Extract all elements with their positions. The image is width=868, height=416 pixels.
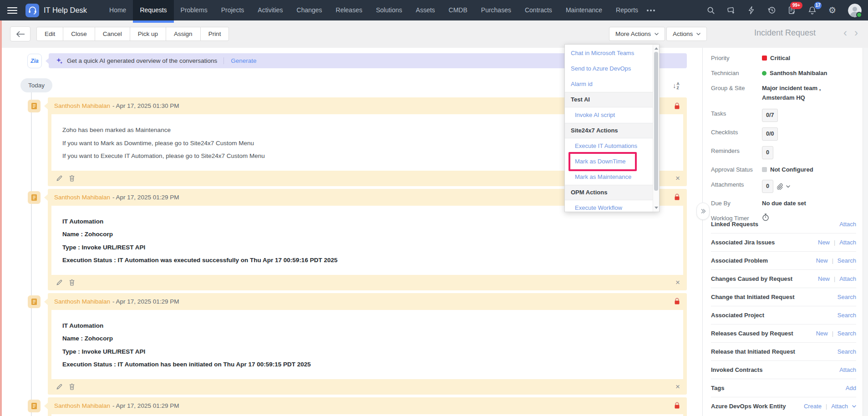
nav-item-releases[interactable]: Releases bbox=[329, 0, 369, 20]
nav-more-icon[interactable] bbox=[645, 10, 657, 11]
action-link-search[interactable]: Search bbox=[838, 257, 856, 264]
menu-item-send-to-azure-devops[interactable]: Send to Azure DevOps bbox=[565, 61, 653, 76]
scroll-thumb[interactable] bbox=[654, 52, 658, 191]
action-link-new[interactable]: New bbox=[816, 330, 828, 337]
chevron-down-icon[interactable] bbox=[852, 405, 856, 408]
search-icon[interactable] bbox=[706, 6, 715, 15]
paperclip-icon[interactable] bbox=[777, 183, 783, 190]
conversation-header[interactable]: Santhosh Mahibalan- Apr 17, 2025 01:29 P… bbox=[48, 397, 687, 414]
menu-item-invoke-ai-script[interactable]: Invoke AI script bbox=[565, 107, 653, 123]
notifications-icon[interactable]: 17 bbox=[808, 6, 817, 15]
action-link-search[interactable]: Search bbox=[838, 330, 856, 337]
nav-item-changes[interactable]: Changes bbox=[290, 0, 329, 20]
link-row-label: Azure DevOps Work Entity bbox=[711, 403, 786, 410]
lock-icon bbox=[674, 102, 680, 110]
nav-item-solutions[interactable]: Solutions bbox=[369, 0, 409, 20]
edit-icon[interactable] bbox=[56, 279, 63, 286]
close-icon[interactable]: × bbox=[675, 383, 680, 391]
more-actions-button[interactable]: More Actions bbox=[609, 27, 665, 41]
action-link-attach[interactable]: Attach bbox=[839, 221, 856, 228]
action-link-new[interactable]: New bbox=[816, 257, 828, 264]
menu-item-execute-it-automations[interactable]: Execute IT Automations bbox=[565, 138, 653, 154]
nav-item-problems[interactable]: Problems bbox=[174, 0, 214, 20]
close-icon[interactable]: × bbox=[675, 174, 680, 182]
nav-item-activities[interactable]: Activities bbox=[251, 0, 289, 20]
hamburger-menu-icon[interactable] bbox=[7, 7, 17, 14]
edit-icon[interactable] bbox=[56, 383, 63, 390]
assign-button[interactable]: Assign bbox=[166, 27, 201, 41]
action-link-search[interactable]: Search bbox=[838, 348, 856, 355]
action-link-attach[interactable]: Attach bbox=[831, 403, 848, 410]
scroll-down-icon[interactable] bbox=[655, 207, 658, 209]
close-icon[interactable]: × bbox=[675, 279, 680, 286]
approvals-badge: 99+ bbox=[790, 2, 802, 9]
action-link-search[interactable]: Search bbox=[838, 312, 856, 319]
menu-item-mark-as-downtime[interactable]: Mark as DownTime bbox=[565, 154, 653, 169]
prev-request-icon[interactable]: ‹ bbox=[843, 27, 847, 39]
action-link-new[interactable]: New bbox=[818, 239, 830, 246]
link-row-label: Release that Initiated Request bbox=[711, 348, 795, 355]
delete-icon[interactable] bbox=[69, 383, 75, 390]
property-label: Attachments bbox=[711, 180, 762, 189]
next-request-icon[interactable]: › bbox=[854, 27, 858, 39]
nav-item-home[interactable]: Home bbox=[102, 0, 133, 20]
property-label: Checklists bbox=[711, 127, 762, 137]
menu-item-chat-in-microsoft-teams[interactable]: Chat in Microsoft Teams bbox=[565, 46, 653, 61]
nav-item-reports[interactable]: Reports bbox=[609, 0, 645, 20]
message-line: IT Automation bbox=[62, 215, 674, 228]
link-row-label: Releases Caused by Request bbox=[711, 330, 793, 337]
action-link-attach[interactable]: Attach bbox=[839, 275, 856, 282]
approvals-icon[interactable]: 99+ bbox=[788, 6, 796, 15]
nav-item-assets[interactable]: Assets bbox=[409, 0, 442, 20]
collapse-panel-icon[interactable] bbox=[696, 203, 710, 220]
action-link-create[interactable]: Create bbox=[804, 403, 822, 410]
nav-item-cmdb[interactable]: CMDB bbox=[442, 0, 474, 20]
menu-item-mark-as-maintenance[interactable]: Mark as Maintenance bbox=[565, 169, 653, 185]
zia-icon[interactable]: Zia bbox=[27, 54, 42, 68]
app-logo-icon[interactable] bbox=[25, 4, 39, 17]
link-row-label: Linked Requests bbox=[711, 221, 758, 228]
action-link-attach[interactable]: Attach bbox=[839, 366, 856, 373]
action-link-new[interactable]: New bbox=[818, 275, 830, 282]
action-link-attach[interactable]: Attach bbox=[839, 239, 856, 246]
back-button[interactable] bbox=[10, 26, 30, 41]
create-request-icon[interactable] bbox=[727, 6, 736, 15]
menu-item-execute-workflow[interactable]: Execute Workflow bbox=[565, 200, 653, 212]
print-button[interactable]: Print bbox=[200, 27, 229, 41]
conversation-header[interactable]: Santhosh Mahibalan- Apr 17, 2025 01:29 P… bbox=[48, 293, 687, 310]
nav-item-projects[interactable]: Projects bbox=[214, 0, 251, 20]
scroll-up-icon[interactable] bbox=[655, 47, 658, 50]
cancel-button[interactable]: Cancel bbox=[95, 27, 130, 41]
panel-scrollbar[interactable] bbox=[863, 48, 868, 416]
sort-icon[interactable]: ↓AZ bbox=[673, 81, 680, 90]
timestamp: - Apr 17, 2025 01:29 PM bbox=[112, 402, 179, 409]
nav-item-purchases[interactable]: Purchases bbox=[474, 0, 518, 20]
timestamp: - Apr 17, 2025 01:30 PM bbox=[112, 102, 179, 109]
nav-item-maintenance[interactable]: Maintenance bbox=[559, 0, 609, 20]
edit-icon[interactable] bbox=[56, 175, 63, 182]
delete-icon[interactable] bbox=[69, 175, 75, 182]
close-button[interactable]: Close bbox=[63, 27, 95, 41]
status-square-indicator bbox=[762, 56, 767, 61]
settings-icon[interactable]: ⚙ bbox=[828, 6, 836, 15]
action-link-search[interactable]: Search bbox=[838, 294, 856, 300]
edit-button[interactable]: Edit bbox=[36, 27, 63, 41]
delete-icon[interactable] bbox=[69, 279, 75, 286]
history-icon[interactable] bbox=[767, 6, 776, 15]
nav-item-requests[interactable]: Requests bbox=[133, 0, 173, 20]
pick-up-button[interactable]: Pick up bbox=[130, 27, 166, 41]
generate-button[interactable]: Generate bbox=[223, 57, 256, 64]
actions-button[interactable]: Actions bbox=[666, 27, 707, 41]
menu-scrollbar[interactable] bbox=[653, 45, 659, 212]
property-value: Not Configured bbox=[762, 165, 813, 174]
note-icon bbox=[28, 100, 41, 112]
menu-item-alarm-id[interactable]: Alarm id bbox=[565, 76, 653, 92]
chevron-down-icon[interactable] bbox=[786, 185, 790, 188]
link-row: Invoked ContractsAttach bbox=[711, 361, 856, 379]
action-link-add[interactable]: Add bbox=[846, 385, 856, 391]
nav-item-contracts[interactable]: Contracts bbox=[518, 0, 559, 20]
avatar[interactable] bbox=[848, 4, 862, 17]
quick-actions-icon[interactable] bbox=[747, 6, 756, 15]
link-row-actions: Attach bbox=[839, 366, 856, 373]
menu-item-test-ai: Test AI bbox=[565, 92, 653, 107]
